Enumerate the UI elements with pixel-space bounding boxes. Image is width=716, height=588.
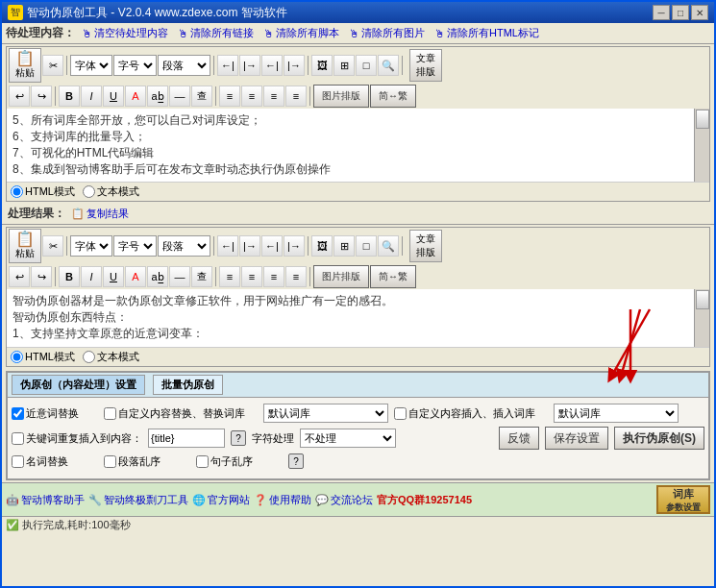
undo-btn-2[interactable]: ↩ — [9, 266, 30, 287]
save-settings-btn[interactable]: 保存设置 — [545, 427, 608, 450]
po-tab-main[interactable]: 伪原创（内容处理）设置 — [12, 375, 145, 395]
indent-out-btn-2[interactable]: ←| — [217, 235, 238, 257]
align-right-1[interactable]: ≡ — [263, 86, 284, 107]
bold-btn-2[interactable]: B — [59, 266, 80, 287]
ciku-btn[interactable]: 词库参数设置 — [656, 485, 710, 514]
italic-btn-2[interactable]: I — [81, 266, 102, 287]
clear-images-button[interactable]: 🖱 清除所有图片 — [346, 25, 428, 41]
indent-btn-1b[interactable]: ←| — [261, 55, 283, 76]
editor1-scrollbar[interactable] — [694, 109, 709, 182]
article-btn-2[interactable]: 文章 排版 — [409, 230, 442, 262]
indent-btn-1c[interactable]: |→ — [284, 55, 305, 76]
special-btn-2[interactable]: □ — [356, 235, 377, 257]
po-tab-batch[interactable]: 批量伪原创 — [153, 375, 223, 395]
para-select-1[interactable]: 段落 — [158, 55, 210, 76]
editor1-text-mode[interactable]: 文本模式 — [83, 184, 139, 199]
close-button[interactable]: ✕ — [691, 5, 708, 20]
char-process-select[interactable]: 不处理 — [300, 429, 396, 448]
editor1-content[interactable]: 5、所有词库全部开放，您可以自己对词库设定； 6、支持词库的批量导入； 7、可视… — [7, 109, 694, 182]
paste-button-1[interactable]: 📋 粘贴 — [9, 48, 41, 83]
find-btn-2[interactable]: 🔍 — [378, 235, 399, 257]
img-layout-btn-2[interactable]: 图片排版 — [313, 265, 369, 288]
simple-complex-btn-1[interactable]: 简↔繁 — [370, 85, 416, 108]
replace-dict-select[interactable]: 默认词库 — [263, 404, 388, 423]
near-word-replace-check[interactable]: 近意词替换 — [12, 406, 98, 421]
noun-replace-check[interactable]: 名词替换 — [12, 454, 98, 469]
align-left-2[interactable]: ≡ — [219, 266, 240, 287]
sentence-disorder-check[interactable]: 句子乱序 — [196, 454, 283, 469]
indent-btn-2c[interactable]: |→ — [284, 235, 305, 257]
indent-in-btn-2[interactable]: |→ — [239, 235, 260, 257]
editor2-scrollbar[interactable] — [694, 289, 709, 347]
size-select-2[interactable]: 字号 — [113, 235, 157, 257]
simple-complex-btn-2[interactable]: 简↔繁 — [370, 265, 416, 288]
img-layout-btn-1[interactable]: 图片排版 — [313, 85, 369, 108]
execute-pseudo-btn[interactable]: 执行伪原创(S) — [614, 427, 704, 450]
disorder-help-btn[interactable]: ? — [288, 453, 304, 469]
clear-html-button[interactable]: 🖱 清除所有HTML标记 — [432, 25, 542, 41]
keyword-help-btn[interactable]: ? — [231, 430, 246, 446]
title-input[interactable] — [148, 429, 225, 448]
font-select-2[interactable]: 字体 — [70, 235, 112, 257]
cut-button-1[interactable]: ✂ — [42, 55, 63, 76]
font-color-btn-1[interactable]: A — [125, 86, 146, 107]
help-link[interactable]: ❓ 使用帮助 — [254, 493, 311, 507]
para-disorder-check[interactable]: 段落乱序 — [104, 454, 190, 469]
editor1-scrollbar-thumb[interactable] — [696, 110, 709, 129]
size-select-1[interactable]: 字号 — [113, 55, 157, 76]
undo-btn-1[interactable]: ↩ — [9, 86, 30, 107]
custom-content-replace-check[interactable]: 自定义内容替换、替换词库 — [104, 406, 258, 421]
clear-scripts-button[interactable]: 🖱 清除所有脚本 — [260, 25, 342, 41]
clear-links-button[interactable]: 🖱 清除所有链接 — [175, 25, 257, 41]
italic-btn-1[interactable]: I — [81, 86, 102, 107]
indent-out-btn-1[interactable]: ←| — [217, 55, 238, 76]
align-justify-2[interactable]: ≡ — [285, 266, 307, 287]
editor2-content[interactable]: 智动伪原创器材是一款伪原创文章修正软件，用于网站推广有一定的感召。 智动伪原创东… — [7, 289, 694, 347]
image-btn-2[interactable]: 🖼 — [311, 235, 333, 257]
editor2-scrollbar-thumb[interactable] — [696, 290, 709, 309]
official-site-link[interactable]: 🌐 官方网站 — [192, 493, 250, 507]
para-select-2[interactable]: 段落 — [158, 235, 210, 257]
find-btn-1[interactable]: 🔍 — [378, 55, 399, 76]
copy-result-button[interactable]: 📋 复制结果 — [71, 207, 129, 221]
article-btn-1[interactable]: 文章 排版 — [409, 49, 442, 82]
table-btn-2[interactable]: ⊞ — [333, 235, 355, 257]
table-btn-1[interactable]: ⊞ — [333, 55, 355, 76]
dash-btn-1[interactable]: — — [169, 86, 190, 107]
image-btn-1[interactable]: 🖼 — [311, 55, 333, 76]
highlight-btn-1[interactable]: ab̲ — [147, 86, 168, 107]
keyword-repeat-check[interactable]: 关键词重复插入到内容： — [12, 431, 142, 446]
query-btn-2[interactable]: 查 — [191, 266, 212, 287]
editor1-html-mode[interactable]: HTML模式 — [11, 184, 75, 199]
bold-btn-1[interactable]: B — [59, 86, 80, 107]
editor2-text-mode[interactable]: 文本模式 — [83, 350, 139, 364]
insert-dict-select[interactable]: 默认词库 — [554, 404, 679, 423]
feedback-btn[interactable]: 反馈 — [499, 427, 539, 450]
font-select-1[interactable]: 字体 — [70, 55, 112, 76]
redo-btn-1[interactable]: ↪ — [31, 86, 52, 107]
minimize-button[interactable]: ─ — [653, 5, 670, 20]
align-center-1[interactable]: ≡ — [241, 86, 262, 107]
dash-btn-2[interactable]: — — [169, 266, 190, 287]
editor2-html-mode[interactable]: HTML模式 — [11, 350, 75, 364]
redo-btn-2[interactable]: ↪ — [31, 266, 52, 287]
indent-btn-2b[interactable]: ←| — [261, 235, 283, 257]
query-btn-1[interactable]: 查 — [191, 86, 212, 107]
special-btn-1[interactable]: □ — [356, 55, 377, 76]
align-left-1[interactable]: ≡ — [219, 86, 240, 107]
blog-helper-link[interactable]: 🤖 智动博客助手 — [6, 493, 85, 507]
align-center-2[interactable]: ≡ — [241, 266, 262, 287]
forum-link[interactable]: 💬 交流论坛 — [315, 493, 373, 507]
align-right-2[interactable]: ≡ — [263, 266, 284, 287]
paste-button-2[interactable]: 📋 粘贴 — [9, 229, 41, 263]
indent-in-btn-1[interactable]: |→ — [239, 55, 260, 76]
custom-insert-check[interactable]: 自定义内容插入、插入词库 — [394, 406, 548, 421]
highlight-btn-2[interactable]: ab̲ — [147, 266, 168, 287]
underline-btn-1[interactable]: U — [103, 86, 124, 107]
font-color-btn-2[interactable]: A — [125, 266, 146, 287]
clear-wait-button[interactable]: 🖱 清空待处理内容 — [79, 25, 171, 41]
cut-button-2[interactable]: ✂ — [42, 235, 63, 257]
align-justify-1[interactable]: ≡ — [285, 86, 307, 107]
maximize-button[interactable]: □ — [672, 5, 689, 20]
ultimate-tool-link[interactable]: 🔧 智动终极剽刀工具 — [88, 493, 188, 507]
